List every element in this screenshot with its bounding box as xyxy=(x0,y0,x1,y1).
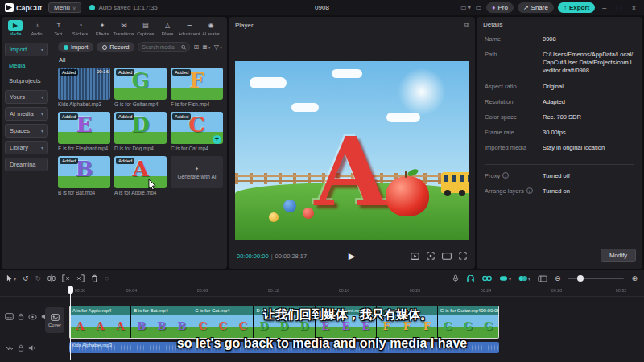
play-button[interactable]: ▶ xyxy=(349,251,355,261)
search-box[interactable] xyxy=(138,42,190,52)
delete-right-icon[interactable] xyxy=(76,274,85,282)
tab-filters[interactable]: △ Filters xyxy=(157,19,178,37)
tab-effects[interactable]: ✦ Effects xyxy=(92,19,113,37)
add-to-timeline-button[interactable]: + xyxy=(213,135,221,144)
tab-captions[interactable]: ▤ Captions xyxy=(135,19,156,37)
tab-adjustment[interactable]: ☰ Adjustment xyxy=(179,19,200,37)
total-duration: 00:00:28:17 xyxy=(275,253,308,260)
clip-b-bat[interactable]: B is for Bat.mp4 BBB xyxy=(131,306,192,338)
sidebar-label: Dreamina xyxy=(10,161,36,168)
grid-view-icon[interactable]: ⊞ xyxy=(193,43,199,51)
sidebar-item-media[interactable]: Media xyxy=(5,60,48,72)
ai-avatar-icon: ◉ xyxy=(204,20,218,31)
added-badge: Added xyxy=(116,69,134,76)
media-item-name: B is for Bat.mp4 xyxy=(58,190,110,195)
media-item-e-elephant[interactable]: E Added E is for Elephant.mp4 xyxy=(58,112,110,151)
sidebar-item-spaces[interactable]: Spaces ▾ xyxy=(5,124,48,138)
media-item-g-guitar[interactable]: G Added G is for Guitar.mp4 xyxy=(114,68,167,107)
tab-stickers[interactable]: ◔ Stickers xyxy=(70,19,91,37)
clip-a-apple[interactable]: A is for Apple.mp4 AAA xyxy=(70,306,130,338)
divider xyxy=(485,164,634,165)
export-button[interactable]: ↑ Export xyxy=(558,2,595,13)
media-item-kids-alphabet[interactable]: Added 00:16 Kids Alphabet.mp3 xyxy=(58,68,110,107)
magnet-icon[interactable] xyxy=(466,275,475,282)
sidebar-item-subprojects[interactable]: Subprojects xyxy=(5,75,48,87)
close-button[interactable]: × xyxy=(629,4,639,12)
ruler-tick: 00:20 xyxy=(410,288,421,292)
player-detach-icon[interactable]: ⧉ xyxy=(464,21,469,29)
sidebar-item-ai-media[interactable]: AI media ▾ xyxy=(5,107,48,121)
snapshot-icon[interactable] xyxy=(427,252,435,260)
tab-ai-avatar[interactable]: ◉ AI avatar xyxy=(200,19,221,37)
playhead-handle[interactable] xyxy=(68,286,73,294)
hide-track-icon[interactable] xyxy=(28,314,37,320)
record-button[interactable]: Record xyxy=(97,42,134,52)
media-item-b-bat[interactable]: B Added B is for Bat.mp4 xyxy=(58,156,110,195)
tab-text[interactable]: T Text xyxy=(48,19,69,37)
mute-track-icon[interactable] xyxy=(28,344,36,352)
tab-media[interactable]: ▶ Media xyxy=(5,19,26,37)
info-icon[interactable]: i xyxy=(526,187,533,194)
clip-g-guitar[interactable]: G is for Guitar.mp400:00:06:09 GGG xyxy=(438,306,498,338)
filter-icon[interactable]: ▽▾ xyxy=(214,43,222,51)
import-button[interactable]: Import xyxy=(58,42,93,52)
link-icon[interactable] xyxy=(482,275,492,282)
lock-icon[interactable] xyxy=(18,313,24,320)
panel-layout-icon[interactable]: ▭ xyxy=(476,4,483,11)
menu-button[interactable]: Menu ∨ xyxy=(48,2,81,13)
sidebar-item-dreamina[interactable]: Dreamina xyxy=(5,158,48,171)
chevron-down-icon: ▾ xyxy=(509,276,511,282)
maximize-button[interactable]: □ xyxy=(613,4,624,12)
clip-c-cat[interactable]: C is for Cat.mp4 CCC xyxy=(192,306,253,338)
split-icon[interactable] xyxy=(47,274,56,282)
ratio-icon[interactable] xyxy=(442,253,452,260)
timeline-ruler[interactable]: 00:00 00:04 00:08 00:12 00:16 00:20 00:2… xyxy=(0,286,644,297)
redo-icon[interactable]: ↻ xyxy=(35,274,42,282)
chevron-down-icon: ▾ xyxy=(41,128,43,134)
zoom-out-button[interactable]: ⊖ xyxy=(555,274,561,282)
media-item-f-fish[interactable]: F Added F is for Fish.mp4 xyxy=(171,68,223,107)
caption-toggle-icon[interactable] xyxy=(5,313,14,320)
info-icon[interactable]: i xyxy=(502,172,509,179)
lock-icon[interactable] xyxy=(18,344,24,352)
delete-left-icon[interactable] xyxy=(62,274,70,282)
video-viewport[interactable]: A xyxy=(235,61,469,240)
voiceover-mic-icon[interactable] xyxy=(452,274,459,283)
preview-axis-icon[interactable] xyxy=(538,275,547,282)
current-time: 00:00:00:00 xyxy=(237,253,269,260)
media-item-a-apple[interactable]: A Added A is for Apple.mp4 xyxy=(114,156,167,195)
section-label-all[interactable]: All xyxy=(53,54,227,66)
tab-transitions[interactable]: ⋈ Transitions xyxy=(114,19,134,37)
sort-icon[interactable]: ≣▾ xyxy=(202,43,211,51)
select-tool-icon[interactable]: ▾ xyxy=(6,274,16,282)
modify-button[interactable]: Modify xyxy=(601,249,636,262)
layout-switch-icon[interactable]: ▭▾ xyxy=(460,4,472,11)
track-options-icon[interactable]: ▾ xyxy=(518,275,530,282)
audio-track-icon xyxy=(5,345,14,352)
tab-audio[interactable]: ♪ Audio xyxy=(27,19,47,37)
fullscreen-icon[interactable] xyxy=(459,252,467,260)
detail-label: Name xyxy=(485,35,543,43)
minimize-button[interactable]: – xyxy=(599,4,609,12)
playhead-line[interactable] xyxy=(70,286,71,360)
generate-with-ai-card[interactable]: ✦ Generate with AI xyxy=(171,156,223,195)
delete-icon[interactable] xyxy=(91,274,98,282)
sidebar-item-yours[interactable]: Yours ▾ xyxy=(5,90,48,104)
cover-button[interactable]: Cover xyxy=(45,307,64,333)
pro-button[interactable]: ♦ Pro xyxy=(486,2,514,13)
search-input[interactable] xyxy=(142,44,178,50)
media-item-d-dog[interactable]: D Added D is for Dog.mp4 xyxy=(114,112,167,151)
undo-icon[interactable]: ↺ xyxy=(23,274,29,282)
cloud-graphic xyxy=(250,77,287,88)
ruler-tick: 00:04 xyxy=(126,288,138,292)
share-button[interactable]: ↗ Share xyxy=(518,2,554,13)
snap-options-icon[interactable]: ▾ xyxy=(499,275,511,282)
timeline-zoom-slider[interactable] xyxy=(568,278,624,279)
slider-knob[interactable] xyxy=(577,275,584,282)
media-item-c-cat[interactable]: C Added + C is for Cat.mp4 xyxy=(171,112,223,151)
mark-icon[interactable]: ○ xyxy=(105,274,109,282)
zoom-in-button[interactable]: ⊕ xyxy=(631,274,638,282)
sidebar-item-import[interactable]: Import ▾ xyxy=(5,43,48,56)
preview-quality-icon[interactable] xyxy=(411,253,419,260)
sidebar-item-library[interactable]: Library ▾ xyxy=(5,141,48,154)
